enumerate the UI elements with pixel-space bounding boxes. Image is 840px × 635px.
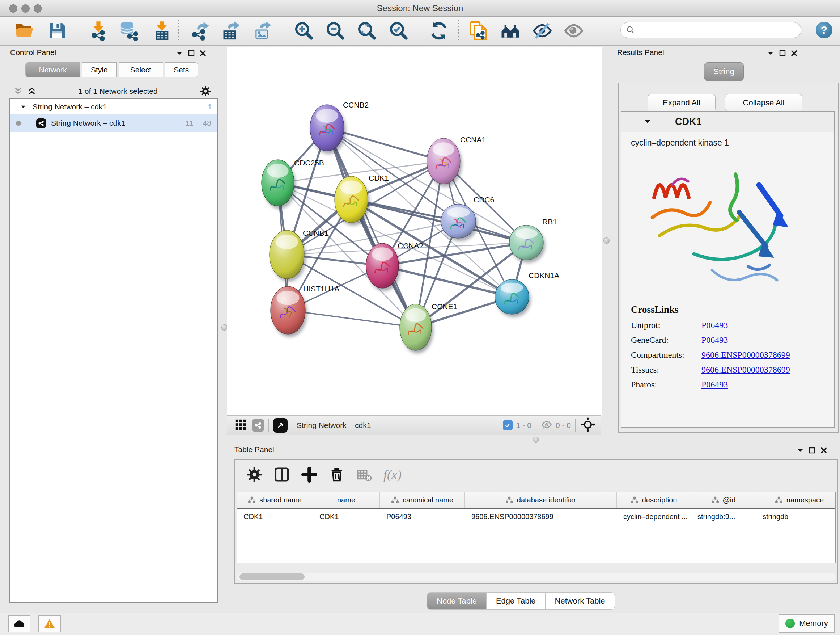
hide-selected-eye-icon[interactable] [532,21,553,41]
detach-view-icon[interactable] [273,418,287,432]
table-cell[interactable]: CDK1 [313,509,380,524]
show-columns-icon[interactable] [273,466,290,483]
add-column-icon[interactable] [301,466,317,483]
export-network-icon[interactable] [189,21,210,41]
column-header[interactable]: name [313,492,380,508]
import-network-file-icon[interactable] [88,21,109,41]
expand-all-tree-icon[interactable] [27,87,36,96]
birds-eye-crosshair-icon[interactable] [580,417,596,434]
copy-network-icon[interactable] [468,21,488,41]
tree-expander-icon[interactable] [20,105,26,109]
close-panel-icon[interactable] [791,50,797,57]
tab-network-table[interactable]: Network Table [546,592,615,610]
table-tabs: Node TableEdge TableNetwork Table [427,592,615,610]
scrollbar-thumb[interactable] [240,573,305,580]
string-network-graph[interactable]: CCNB2CCNA1CDC25BCDK1CDC6RB1CCNB1CCNA2CDK… [227,48,602,416]
vertical-splitter-handle[interactable] [603,238,609,244]
export-image-icon[interactable] [252,21,272,41]
network-view-type-icon[interactable] [252,419,264,432]
toolbar-separator [283,20,283,41]
global-search [621,22,801,38]
network-canvas[interactable]: CCNB2CCNA1CDC25BCDK1CDC6RB1CCNB1CCNA2CDK… [227,47,602,416]
crosslink-link[interactable]: 9606.ENSP00000378699 [701,350,790,360]
panel-menu-icon[interactable] [767,51,774,56]
hidden-items-eye-icon[interactable] [540,419,553,432]
svg-text:CCNB1: CCNB1 [303,229,328,237]
zoom-in-icon[interactable] [294,21,314,41]
column-header[interactable]: description [617,492,691,508]
delete-column-trash-icon[interactable] [328,466,345,483]
zoom-out-icon[interactable] [325,21,346,41]
show-all-eye-icon[interactable] [564,21,584,41]
column-header[interactable]: @id [691,492,756,508]
table-cell[interactable]: cyclin–dependent ... [617,509,691,524]
table-row[interactable]: CDK1CDK1P064939606.ENSP00000378699cyclin… [237,509,835,524]
open-session-icon[interactable] [14,21,35,41]
network-row-label: String Network – cdk1 [51,119,125,127]
zoom-selected-icon[interactable] [388,21,409,41]
table-cell[interactable]: stringdb:9... [691,509,756,524]
memory-button[interactable]: Memory [778,614,835,633]
network-collection-row[interactable]: String Network – cdk1 1 [10,99,217,114]
svg-text:RB1: RB1 [542,218,557,226]
export-table-icon[interactable] [220,21,240,41]
selected-items-checkbox-icon[interactable] [503,420,513,430]
table-options-gear-icon[interactable] [246,466,263,483]
network-row-selected[interactable]: String Network – cdk1 11 48 [10,114,217,132]
grid-view-icon[interactable] [234,418,247,432]
svg-text:CDKN1A: CDKN1A [529,271,559,279]
import-table-file-icon[interactable] [152,21,172,41]
tab-sets[interactable]: Sets [164,62,198,78]
crosslink-link[interactable]: P06493 [701,380,728,390]
float-panel-icon[interactable] [188,50,195,57]
search-input[interactable] [635,25,801,35]
table-cell[interactable]: stringdb [756,509,836,524]
delete-table-icon[interactable] [356,466,373,483]
tab-node-table[interactable]: Node Table [427,592,486,610]
collapse-all-button[interactable]: Collapse All [725,94,802,111]
collapse-all-tree-icon[interactable] [14,87,22,96]
tab-string[interactable]: String [704,62,744,81]
column-header[interactable]: namespace [756,492,836,508]
crosslink-link[interactable]: P06493 [701,320,728,330]
table-cell[interactable]: 9606.ENSP00000378699 [465,509,617,524]
tab-style[interactable]: Style [82,62,117,78]
expand-all-button[interactable]: Expand All [647,94,715,111]
section-expander-icon[interactable] [644,119,651,124]
crosslink-link[interactable]: P06493 [701,335,728,345]
function-builder-icon[interactable]: f(x) [384,467,401,482]
table-cell[interactable]: CDK1 [237,509,313,524]
panel-menu-icon[interactable] [797,448,804,453]
protein-node-CCNE1: CCNE1 [400,302,457,353]
cloud-button[interactable] [8,615,30,632]
column-header[interactable]: canonical name [380,492,465,508]
column-header[interactable]: shared name [237,492,313,508]
horizontal-splitter-handle[interactable] [533,437,539,443]
protein-node-CDC6: CDC6 [441,195,494,241]
node-table: shared namenamecanonical namedatabase id… [237,492,836,563]
float-panel-icon[interactable] [779,50,786,57]
svg-text:CCNA2: CCNA2 [398,241,423,250]
table-cell[interactable]: P06493 [380,509,465,524]
tab-network[interactable]: Network [25,62,80,78]
help-button[interactable]: ? [816,22,832,38]
column-header[interactable]: database identifier [465,492,617,508]
crosslink-link[interactable]: 9606.ENSP00000378699 [701,365,790,375]
apply-layout-icon[interactable] [429,21,449,41]
panel-menu-icon[interactable] [176,51,183,56]
network-options-gear-icon[interactable] [200,86,211,97]
tab-select[interactable]: Select [118,62,163,78]
import-network-database-icon[interactable] [118,21,139,41]
crosslink-row: Pharos:P06493 [631,380,834,390]
close-panel-icon[interactable] [821,447,827,454]
save-session-icon[interactable] [47,21,67,41]
protein-section-header[interactable]: CDK1 [622,111,834,132]
warnings-button[interactable] [38,615,61,632]
zoom-fit-icon[interactable] [357,21,377,41]
network-gallery-icon[interactable] [500,21,521,41]
float-panel-icon[interactable] [809,447,815,454]
close-panel-icon[interactable] [200,50,206,57]
tab-edge-table[interactable]: Edge Table [486,592,546,610]
table-horizontal-scrollbar[interactable] [237,573,836,581]
network-selection-status: 1 of 1 Network selected [36,87,200,96]
